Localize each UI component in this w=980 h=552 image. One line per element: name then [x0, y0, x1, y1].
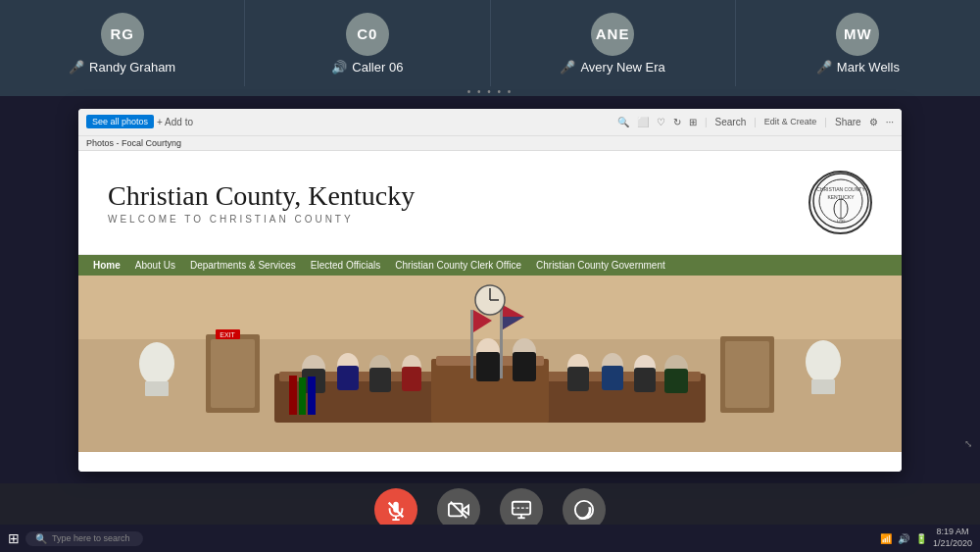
- rotate-icon[interactable]: ↻: [673, 117, 681, 127]
- see-all-photos-button[interactable]: See all photos: [86, 115, 154, 128]
- mic-muted-icon-ane: 🎤: [560, 60, 575, 75]
- resize-handle[interactable]: ⤡: [964, 438, 972, 449]
- zoom-in-icon[interactable]: 🔍: [617, 117, 629, 127]
- copy-icon[interactable]: ⬜: [637, 117, 649, 127]
- svg-rect-22: [337, 366, 359, 390]
- svg-point-53: [806, 340, 841, 383]
- more-icon[interactable]: ···: [886, 117, 894, 127]
- website-header: Christian County, Kentucky WELCOME TO CH…: [78, 151, 902, 255]
- svg-marker-58: [463, 505, 468, 514]
- svg-rect-38: [664, 369, 688, 393]
- county-seal: CHRISTIAN COUNTY KENTUCKY 1799: [808, 171, 872, 234]
- svg-rect-50: [308, 376, 316, 415]
- courthouse-photo: EXIT: [78, 276, 902, 452]
- taskbar: ⊞ 🔍 Type here to search 📶 🔊 🔋 8:19 AM 1/…: [0, 525, 980, 552]
- taskbar-clock: 8:19 AM 1/21/2020: [933, 527, 972, 549]
- svg-point-51: [139, 342, 174, 385]
- nav-officials[interactable]: Elected Officials: [311, 260, 381, 271]
- browser-toolbar: See all photos + Add to 🔍 ⬜ ♡ ↻ ⊞ | Sear…: [78, 109, 902, 136]
- svg-rect-24: [369, 368, 391, 392]
- svg-rect-42: [725, 341, 769, 408]
- participant-c0: C0 🔊 Caller 06: [245, 0, 490, 86]
- nav-home[interactable]: Home: [93, 260, 121, 271]
- browser-content: Christian County, Kentucky WELCOME TO CH…: [78, 151, 902, 472]
- website-title-block: Christian County, Kentucky WELCOME TO CH…: [108, 180, 789, 225]
- participant-ane: ANE 🎤 Avery New Era: [491, 0, 736, 86]
- browser-window: See all photos + Add to 🔍 ⬜ ♡ ↻ ⊞ | Sear…: [78, 109, 902, 472]
- photos-label: Photos - Focal Courtyng: [78, 136, 902, 151]
- website-title: Christian County, Kentucky: [108, 180, 789, 212]
- nav-departments[interactable]: Departments & Services: [190, 260, 296, 271]
- nav-government[interactable]: Christian County Government: [536, 260, 665, 271]
- crop-icon[interactable]: ⊞: [689, 117, 697, 127]
- participant-name-c0: 🔊 Caller 06: [331, 60, 403, 75]
- website-subtitle: WELCOME TO CHRISTIAN COUNTY: [108, 214, 789, 225]
- svg-rect-48: [289, 376, 297, 415]
- participant-mw: MW 🎤 Mark Wells: [736, 0, 980, 86]
- avatar-rg: RG: [101, 13, 144, 56]
- settings-icon[interactable]: ⚙: [869, 117, 878, 127]
- taskbar-search[interactable]: 🔍 Type here to search: [25, 531, 143, 546]
- browser-actions: 🔍 ⬜ ♡ ↻ ⊞ | Search | Edit & Create | Sha…: [617, 117, 894, 127]
- svg-text:1799: 1799: [836, 219, 846, 224]
- svg-rect-26: [402, 367, 421, 391]
- speaker-icon-c0: 🔊: [331, 60, 347, 75]
- share-button[interactable]: Share: [835, 117, 861, 127]
- avatar-mw: MW: [836, 13, 879, 56]
- svg-rect-54: [811, 379, 835, 394]
- svg-rect-30: [513, 352, 536, 381]
- svg-rect-14: [500, 305, 503, 378]
- svg-rect-17: [470, 310, 473, 378]
- svg-rect-40: [211, 339, 255, 408]
- nav-bar: Home About Us Departments & Services Ele…: [78, 255, 902, 276]
- participant-name-rg: 🎤 Randy Graham: [69, 60, 175, 75]
- avatar-ane: ANE: [591, 13, 634, 56]
- volume-icon: 🔊: [898, 533, 909, 544]
- network-icon: 📶: [880, 533, 892, 544]
- participant-bar: RG 🎤 Randy Graham C0 🔊 Caller 06 ANE 🎤 A…: [0, 0, 980, 86]
- participant-name-ane: 🎤 Avery New Era: [560, 60, 664, 75]
- heart-icon[interactable]: ♡: [657, 117, 665, 127]
- svg-rect-52: [145, 381, 169, 396]
- svg-rect-28: [476, 352, 500, 381]
- edit-create-button[interactable]: Edit & Create: [764, 117, 817, 126]
- svg-rect-32: [567, 367, 589, 391]
- avatar-c0: C0: [346, 13, 389, 56]
- svg-rect-49: [299, 377, 306, 415]
- screen-share-area: See all photos + Add to 🔍 ⬜ ♡ ↻ ⊞ | Sear…: [0, 96, 980, 483]
- svg-rect-34: [602, 366, 623, 390]
- windows-start-icon[interactable]: ⊞: [8, 530, 20, 546]
- mic-muted-icon-rg: 🎤: [69, 60, 84, 75]
- svg-text:EXIT: EXIT: [220, 331, 235, 338]
- drag-handle[interactable]: • • • • •: [0, 86, 980, 96]
- search-button[interactable]: Search: [715, 117, 747, 127]
- mic-active-icon-mw: 🎤: [816, 60, 832, 75]
- nav-about[interactable]: About Us: [135, 260, 175, 271]
- nav-clerk[interactable]: Christian County Clerk Office: [395, 260, 521, 271]
- svg-rect-36: [634, 368, 656, 392]
- add-to-button[interactable]: + Add to: [157, 115, 193, 128]
- participant-rg: RG 🎤 Randy Graham: [0, 0, 245, 86]
- search-icon: 🔍: [35, 533, 47, 544]
- participant-name-mw: 🎤 Mark Wells: [816, 60, 900, 75]
- systray: 📶 🔊 🔋: [880, 533, 927, 544]
- battery-icon: 🔋: [915, 533, 927, 544]
- drag-dots-icon: • • • • •: [467, 86, 514, 97]
- svg-text:CHRISTIAN COUNTY: CHRISTIAN COUNTY: [816, 186, 865, 192]
- browser-btn-area: See all photos + Add to: [86, 115, 193, 128]
